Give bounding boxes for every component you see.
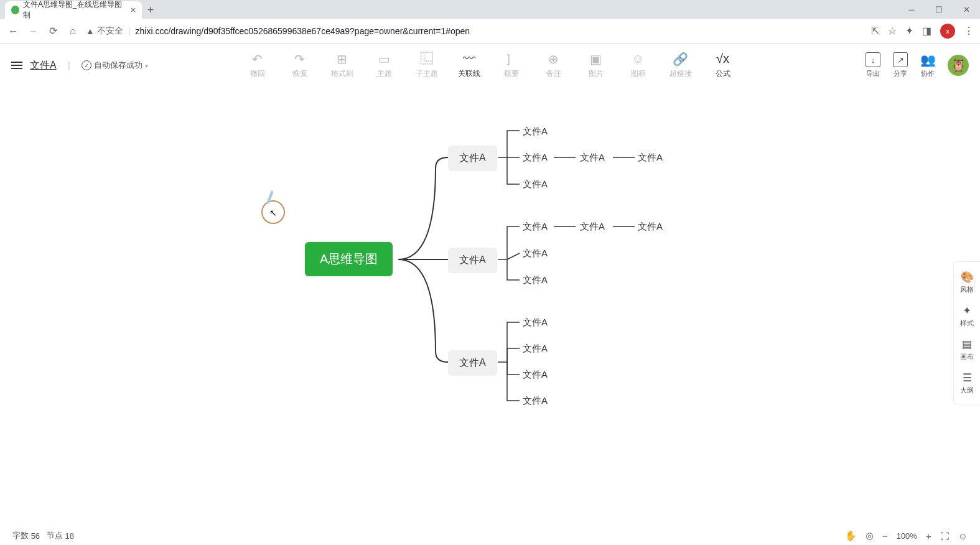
outline-panel-button[interactable]: ☰大纲 bbox=[954, 366, 980, 400]
forward-button[interactable]: → bbox=[26, 24, 40, 38]
layout-icon: ▤ bbox=[962, 338, 972, 351]
summary-icon: ］ bbox=[505, 52, 518, 66]
window-maximize-button[interactable]: ☐ bbox=[925, 0, 953, 19]
topic-button[interactable]: ▭主题 bbox=[371, 52, 398, 79]
image-button[interactable]: ▣图片 bbox=[582, 52, 610, 79]
file-name[interactable]: 文件A bbox=[30, 59, 57, 72]
favicon-icon bbox=[11, 6, 19, 14]
mindmap-canvas[interactable]: A思维导图 文件A 文件A 文件A 文件A 文件A 文件A 文件A 文件A 文件… bbox=[0, 87, 980, 526]
summary-button[interactable]: ］概要 bbox=[498, 52, 525, 79]
undo-button[interactable]: ↶撤回 bbox=[244, 52, 271, 79]
subtopic-icon: ⿺ bbox=[421, 52, 433, 66]
bookmark-icon[interactable]: ☆ bbox=[888, 25, 897, 37]
icon-button[interactable]: ☺图标 bbox=[625, 52, 652, 79]
child-node[interactable]: 文件A bbox=[580, 152, 605, 164]
formula-icon: √x bbox=[716, 52, 729, 66]
tab-title: 文件A思维导图_在线思维导图制 bbox=[23, 0, 122, 21]
mindmap-connectors bbox=[0, 87, 747, 523]
redo-icon: ↷ bbox=[294, 52, 305, 66]
main-node-2[interactable]: 文件A bbox=[448, 248, 497, 273]
sidepanel-icon[interactable]: ◨ bbox=[922, 25, 931, 37]
child-node[interactable]: 文件A bbox=[638, 152, 663, 164]
pointer-icon: ↖ bbox=[269, 208, 277, 218]
child-node[interactable]: 文件A bbox=[523, 221, 548, 233]
window-minimize-button[interactable]: ─ bbox=[898, 0, 925, 19]
export-button[interactable]: ↓导出 bbox=[866, 52, 880, 78]
child-node[interactable]: 文件A bbox=[523, 395, 548, 407]
security-warning: ▲ 不安全 bbox=[86, 26, 123, 37]
link-icon: 🔗 bbox=[673, 52, 688, 66]
note-icon: ⊕ bbox=[548, 52, 559, 66]
node-count-value: 18 bbox=[65, 531, 74, 541]
child-node[interactable]: 文件A bbox=[523, 179, 548, 190]
node-count-label: 节点 bbox=[47, 530, 63, 541]
new-tab-button[interactable]: + bbox=[142, 1, 159, 19]
canvas-panel-button[interactable]: ▤画布 bbox=[954, 333, 980, 366]
chevron-down-icon: ▾ bbox=[145, 62, 148, 69]
window-close-button[interactable]: ✕ bbox=[953, 0, 980, 19]
share-page-icon[interactable]: ⇱ bbox=[871, 25, 879, 37]
hamburger-menu-button[interactable] bbox=[11, 62, 22, 69]
people-icon: 👥 bbox=[920, 52, 935, 67]
subtopic-button[interactable]: ⿺子主题 bbox=[413, 52, 441, 79]
check-icon: ✓ bbox=[82, 60, 91, 70]
palette-icon: 🎨 bbox=[961, 271, 974, 284]
word-count-value: 56 bbox=[31, 531, 40, 541]
child-node[interactable]: 文件A bbox=[523, 317, 548, 328]
child-node[interactable]: 文件A bbox=[523, 152, 548, 164]
extensions-icon[interactable]: ✦ bbox=[905, 25, 913, 37]
download-icon: ↓ bbox=[866, 52, 880, 67]
redo-button[interactable]: ↷恢复 bbox=[286, 52, 314, 79]
fit-button[interactable]: ⛶ bbox=[940, 531, 950, 541]
image-icon: ▣ bbox=[590, 52, 602, 66]
close-tab-icon[interactable]: × bbox=[131, 5, 136, 15]
main-node-3[interactable]: 文件A bbox=[448, 350, 497, 376]
style-panel-button[interactable]: 🎨风格 bbox=[954, 266, 980, 299]
home-button[interactable]: ⌂ bbox=[66, 24, 80, 38]
cursor-marker: ↖ bbox=[261, 200, 285, 224]
user-avatar[interactable]: 🦉 bbox=[948, 55, 969, 76]
undo-icon: ↶ bbox=[252, 52, 263, 66]
share-icon: ↗ bbox=[893, 52, 908, 67]
separator: | bbox=[68, 60, 70, 71]
help-button[interactable]: ☺ bbox=[958, 531, 968, 541]
child-node[interactable]: 文件A bbox=[638, 221, 663, 233]
format-panel-button[interactable]: ✦样式 bbox=[954, 299, 980, 333]
collaborate-button[interactable]: 👥协作 bbox=[920, 52, 935, 78]
zoom-level: 100% bbox=[897, 531, 917, 541]
root-node[interactable]: A思维导图 bbox=[305, 242, 393, 276]
address-bar[interactable]: ▲ 不安全 | zhixi.ccc/drawing/d90f35ffcec052… bbox=[86, 26, 865, 37]
list-icon: ☰ bbox=[963, 371, 972, 384]
child-node[interactable]: 文件A bbox=[523, 126, 548, 137]
right-sidebar: 🎨风格 ✦样式 ▤画布 ☰大纲 bbox=[953, 261, 980, 404]
separator: | bbox=[128, 26, 131, 36]
hand-tool-button[interactable]: ✋ bbox=[845, 530, 857, 541]
profile-avatar[interactable]: x bbox=[940, 24, 955, 39]
link-button[interactable]: 🔗超链接 bbox=[667, 52, 694, 79]
child-node[interactable]: 文件A bbox=[523, 274, 548, 286]
format-brush-button[interactable]: ⊞格式刷 bbox=[329, 52, 356, 79]
note-button[interactable]: ⊕备注 bbox=[540, 52, 567, 79]
share-button[interactable]: ↗分享 bbox=[893, 52, 908, 78]
child-node[interactable]: 文件A bbox=[523, 369, 548, 381]
menu-icon[interactable]: ⋮ bbox=[964, 25, 974, 37]
formula-button[interactable]: √x公式 bbox=[709, 52, 737, 79]
child-node[interactable]: 文件A bbox=[523, 343, 548, 355]
brush-icon: ⊞ bbox=[337, 52, 347, 66]
zoom-out-button[interactable]: − bbox=[882, 531, 888, 541]
child-node[interactable]: 文件A bbox=[523, 248, 548, 259]
target-button[interactable]: ◎ bbox=[866, 530, 874, 541]
save-status[interactable]: ✓ 自动保存成功 ▾ bbox=[82, 60, 148, 71]
back-button[interactable]: ← bbox=[6, 24, 20, 38]
browser-tab[interactable]: 文件A思维导图_在线思维导图制 × bbox=[5, 1, 142, 19]
main-node-1[interactable]: 文件A bbox=[448, 146, 497, 171]
url-text: zhixi.ccc/drawing/d90f35ffcec05268659963… bbox=[136, 26, 470, 36]
topic-icon: ▭ bbox=[378, 52, 390, 66]
child-node[interactable]: 文件A bbox=[580, 221, 605, 233]
zoom-in-button[interactable]: + bbox=[926, 531, 931, 541]
relation-button[interactable]: 〰关联线 bbox=[455, 52, 483, 79]
word-count-label: 字数 bbox=[12, 530, 29, 541]
smiley-icon: ☺ bbox=[632, 52, 644, 66]
sparkle-icon: ✦ bbox=[963, 304, 971, 317]
reload-button[interactable]: ⟳ bbox=[46, 24, 60, 38]
